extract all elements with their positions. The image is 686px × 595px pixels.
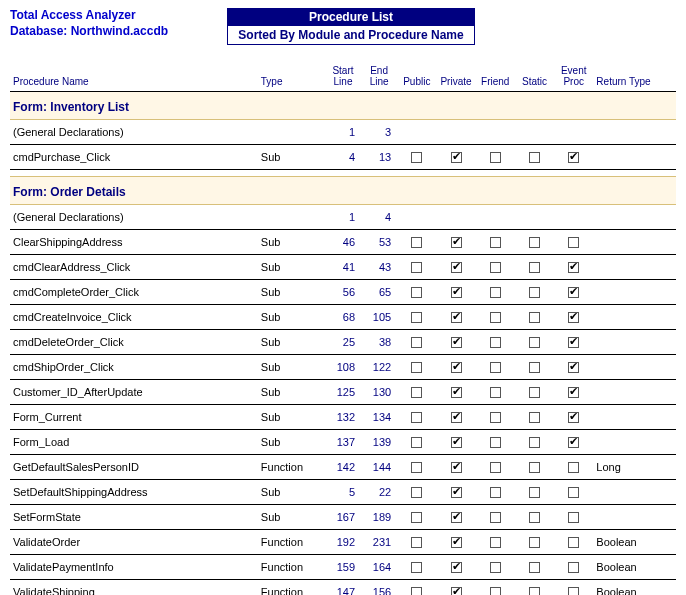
table-row: ValidateShippingFunction147156Boolean [10, 580, 676, 596]
cell-proc-name: (General Declarations) [10, 205, 258, 230]
cell-start-line: 142 [325, 455, 361, 480]
table-row: ClearShippingAddressSub4653 [10, 230, 676, 255]
cell-event [554, 380, 593, 405]
checkbox-icon [411, 362, 422, 373]
cell-return-type [593, 255, 676, 280]
cell-static [515, 255, 554, 280]
checkbox-icon [529, 387, 540, 398]
cell-start-line: 147 [325, 580, 361, 596]
checkbox-icon [411, 537, 422, 548]
cell-return-type [593, 120, 676, 145]
cell-start-line: 1 [325, 205, 361, 230]
cell-end-line: 189 [361, 505, 397, 530]
checkbox-icon [529, 337, 540, 348]
cell-return-type [593, 205, 676, 230]
table-row: Form_CurrentSub132134 [10, 405, 676, 430]
checkbox-icon [490, 237, 501, 248]
checkbox-icon [568, 562, 579, 573]
checkbox-icon [451, 462, 462, 473]
cell-start-line: 137 [325, 430, 361, 455]
cell-proc-name: GetDefaultSalesPersonID [10, 455, 258, 480]
checkbox-icon [568, 412, 579, 423]
cell-static [515, 330, 554, 355]
cell-public [397, 355, 436, 380]
checkbox-icon [568, 537, 579, 548]
cell-friend [476, 480, 515, 505]
checkbox-icon [490, 537, 501, 548]
checkbox-icon [529, 462, 540, 473]
checkbox-icon [411, 287, 422, 298]
col-friend: Friend [476, 63, 515, 92]
checkbox-icon [411, 337, 422, 348]
table-row: Customer_ID_AfterUpdateSub125130 [10, 380, 676, 405]
cell-start-line: 132 [325, 405, 361, 430]
checkbox-icon [411, 462, 422, 473]
cell-proc-name: SetDefaultShippingAddress [10, 480, 258, 505]
checkbox-icon [411, 587, 422, 595]
cell-public [397, 280, 436, 305]
table-row: Form_LoadSub137139 [10, 430, 676, 455]
cell-end-line: 144 [361, 455, 397, 480]
checkbox-icon [411, 562, 422, 573]
cell-proc-name: cmdShipOrder_Click [10, 355, 258, 380]
cell-event [554, 355, 593, 380]
cell-static [515, 580, 554, 596]
checkbox-icon [490, 362, 501, 373]
cell-proc-name: ValidatePaymentInfo [10, 555, 258, 580]
cell-event [554, 145, 593, 170]
checkbox-icon [529, 237, 540, 248]
checkbox-icon [411, 152, 422, 163]
cell-type [258, 120, 325, 145]
checkbox-icon [490, 387, 501, 398]
checkbox-icon [490, 562, 501, 573]
cell-event [554, 405, 593, 430]
cell-public [397, 430, 436, 455]
cell-end-line: 134 [361, 405, 397, 430]
cell-return-type [593, 145, 676, 170]
cell-end-line: 122 [361, 355, 397, 380]
cell-start-line: 192 [325, 530, 361, 555]
cell-return-type [593, 355, 676, 380]
cell-proc-name: cmdClearAddress_Click [10, 255, 258, 280]
cell-end-line: 4 [361, 205, 397, 230]
table-row: cmdCreateInvoice_ClickSub68105 [10, 305, 676, 330]
cell-private [436, 355, 475, 380]
cell-proc-name: cmdCompleteOrder_Click [10, 280, 258, 305]
cell-start-line: 4 [325, 145, 361, 170]
checkbox-icon [568, 312, 579, 323]
checkbox-icon [529, 587, 540, 595]
checkbox-icon [451, 287, 462, 298]
cell-proc-name: (General Declarations) [10, 120, 258, 145]
checkbox-icon [451, 237, 462, 248]
col-start-line: Start Line [325, 63, 361, 92]
cell-friend [476, 430, 515, 455]
checkbox-icon [451, 437, 462, 448]
checkbox-icon [529, 262, 540, 273]
cell-proc-name: Form_Load [10, 430, 258, 455]
checkbox-icon [568, 237, 579, 248]
cell-type: Sub [258, 380, 325, 405]
table-row: cmdCompleteOrder_ClickSub5665 [10, 280, 676, 305]
checkbox-icon [568, 387, 579, 398]
cell-event [554, 505, 593, 530]
cell-proc-name: SetFormState [10, 505, 258, 530]
cell-friend [476, 355, 515, 380]
cell-static [515, 380, 554, 405]
checkbox-icon [490, 337, 501, 348]
cell-end-line: 164 [361, 555, 397, 580]
col-public: Public [397, 63, 436, 92]
checkbox-icon [529, 152, 540, 163]
table-row: (General Declarations)13 [10, 120, 676, 145]
cell-static [515, 145, 554, 170]
checkbox-icon [490, 312, 501, 323]
cell-friend [476, 305, 515, 330]
cell-static [515, 530, 554, 555]
checkbox-icon [529, 487, 540, 498]
checkbox-icon [490, 152, 501, 163]
cell-event [554, 255, 593, 280]
col-event-proc: Event Proc [554, 63, 593, 92]
cell-type: Sub [258, 145, 325, 170]
checkbox-icon [451, 312, 462, 323]
table-row: ValidateOrderFunction192231Boolean [10, 530, 676, 555]
checkbox-icon [568, 262, 579, 273]
